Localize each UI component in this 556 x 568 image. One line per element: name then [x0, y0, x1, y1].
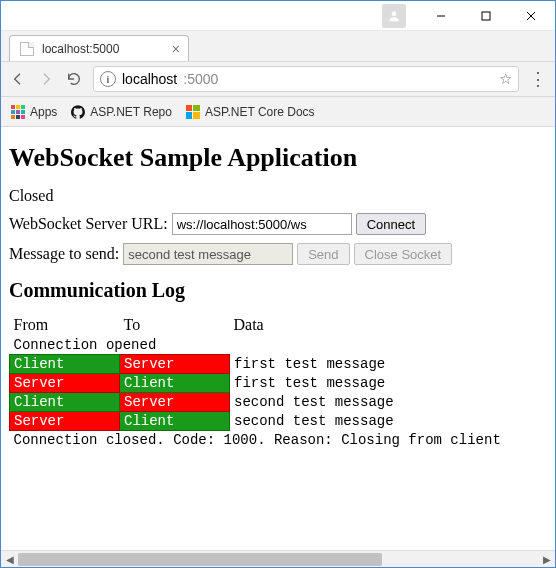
- message-input[interactable]: [123, 243, 293, 265]
- bookmark-aspnet-docs[interactable]: ASP.NET Core Docs: [186, 105, 315, 119]
- log-close-line: Connection closed. Code: 1000. Reason: C…: [10, 431, 548, 450]
- browser-toolbar: i localhost:5000 ☆ ⋮: [1, 61, 555, 97]
- browser-tabbar: localhost:5000 ×: [1, 31, 555, 61]
- connect-button[interactable]: Connect: [356, 213, 426, 235]
- tab-title: localhost:5000: [42, 42, 119, 56]
- bookmarks-bar: Apps ASP.NET Repo ASP.NET Core Docs: [1, 97, 555, 127]
- browser-menu-icon[interactable]: ⋮: [529, 70, 547, 88]
- log-close-row: Connection closed. Code: 1000. Reason: C…: [10, 431, 548, 450]
- log-open-row: Connection opened: [10, 336, 548, 355]
- bookmark-star-icon[interactable]: ☆: [499, 70, 512, 88]
- col-to: To: [120, 314, 230, 336]
- apps-grid-icon: [11, 105, 25, 119]
- apps-shortcut[interactable]: Apps: [11, 105, 57, 119]
- scroll-left-icon[interactable]: ◀: [1, 551, 18, 568]
- window-titlebar: [1, 1, 555, 31]
- page-icon: [20, 42, 34, 56]
- reload-button[interactable]: [65, 70, 83, 88]
- log-row: ServerClientsecond test message: [10, 412, 548, 431]
- svg-rect-2: [482, 12, 490, 20]
- message-label: Message to send:: [9, 245, 119, 262]
- page-content: WebSocket Sample Application Closed WebS…: [1, 127, 555, 550]
- forward-button[interactable]: [37, 70, 55, 88]
- scroll-track[interactable]: [18, 551, 538, 568]
- page-title: WebSocket Sample Application: [9, 143, 547, 173]
- microsoft-icon: [186, 105, 200, 119]
- close-socket-button[interactable]: Close Socket: [354, 243, 453, 265]
- col-from: From: [10, 314, 120, 336]
- log-row: ServerClientfirst test message: [10, 374, 548, 393]
- url-host: localhost: [122, 71, 177, 87]
- websocket-url-input[interactable]: [172, 213, 352, 235]
- scroll-right-icon[interactable]: ▶: [538, 551, 555, 568]
- url-row: WebSocket Server URL: Connect: [9, 213, 547, 235]
- message-row: Message to send: Send Close Socket: [9, 243, 547, 265]
- scroll-thumb[interactable]: [18, 553, 382, 566]
- window-minimize-button[interactable]: [418, 2, 463, 30]
- send-button[interactable]: Send: [297, 243, 349, 265]
- github-icon: [71, 105, 85, 119]
- bookmark-label: ASP.NET Core Docs: [205, 105, 315, 119]
- communication-log-table: From To Data Connection openedClientServ…: [9, 314, 547, 449]
- horizontal-scrollbar[interactable]: ◀ ▶: [1, 550, 555, 567]
- log-row: ClientServersecond test message: [10, 393, 548, 412]
- window-maximize-button[interactable]: [463, 2, 508, 30]
- connection-status: Closed: [9, 187, 547, 205]
- address-bar[interactable]: i localhost:5000 ☆: [93, 66, 519, 92]
- col-data: Data: [230, 314, 548, 336]
- site-info-icon[interactable]: i: [100, 71, 116, 87]
- svg-point-0: [392, 11, 397, 16]
- url-label: WebSocket Server URL:: [9, 215, 168, 232]
- window-close-button[interactable]: [508, 2, 553, 30]
- apps-label: Apps: [30, 105, 57, 119]
- log-heading: Communication Log: [9, 279, 547, 302]
- log-open-line: Connection opened: [10, 336, 548, 355]
- bookmark-label: ASP.NET Repo: [90, 105, 172, 119]
- log-row: ClientServerfirst test message: [10, 355, 548, 374]
- chrome-user-icon[interactable]: [382, 4, 406, 28]
- tab-close-icon[interactable]: ×: [172, 42, 180, 56]
- url-path: :5000: [183, 71, 218, 87]
- bookmark-aspnet-repo[interactable]: ASP.NET Repo: [71, 105, 172, 119]
- back-button[interactable]: [9, 70, 27, 88]
- browser-tab[interactable]: localhost:5000 ×: [9, 35, 189, 61]
